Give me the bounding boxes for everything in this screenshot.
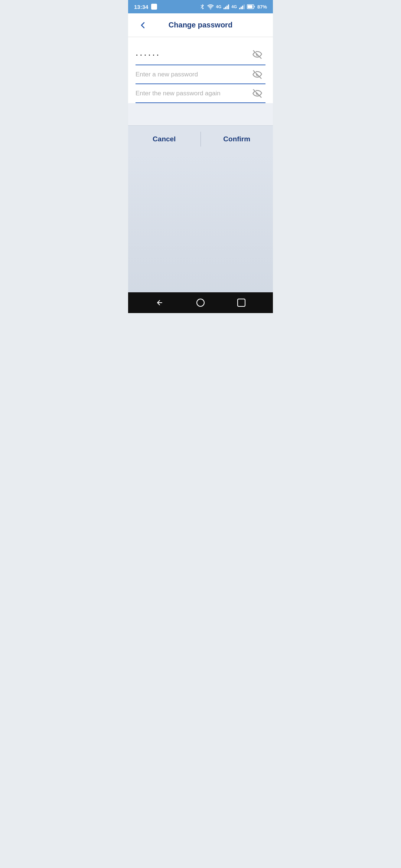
- status-left: 13:34: [134, 4, 157, 10]
- cancel-button[interactable]: Cancel: [128, 126, 200, 152]
- new-password-field: [136, 65, 265, 84]
- nav-back-button[interactable]: [151, 295, 168, 311]
- confirm-password-input[interactable]: [136, 89, 265, 97]
- svg-rect-3: [238, 299, 245, 306]
- status-indicator: [151, 4, 157, 10]
- network-label: 4G: [216, 4, 222, 9]
- bluetooth-icon: [200, 4, 205, 10]
- battery-icon: [247, 4, 255, 9]
- current-password-field: ······: [136, 45, 265, 65]
- confirm-password-field: [136, 84, 265, 103]
- action-bar: Cancel Confirm: [128, 125, 273, 152]
- bottom-area: [128, 152, 273, 313]
- confirm-button[interactable]: Confirm: [201, 126, 273, 152]
- confirm-password-toggle[interactable]: [251, 87, 264, 100]
- current-password-dots: ······: [136, 50, 160, 59]
- svg-point-2: [197, 299, 204, 306]
- signal-icon-1: [224, 4, 229, 9]
- form-content: ······: [128, 37, 273, 103]
- battery-percent: 87%: [257, 4, 267, 10]
- back-button[interactable]: [136, 18, 150, 33]
- eye-hidden-icon-2: [252, 69, 263, 80]
- svg-rect-1: [248, 5, 252, 8]
- header: Change password: [128, 13, 273, 37]
- page-title: Change password: [169, 21, 232, 29]
- nav-bar: [128, 292, 273, 313]
- status-right: 4G 4G 87%: [200, 4, 267, 10]
- form-spacer: [128, 103, 273, 125]
- current-password-toggle[interactable]: [251, 48, 264, 61]
- nav-recent-button[interactable]: [233, 295, 250, 311]
- network-label-2: 4G: [231, 4, 237, 9]
- eye-hidden-icon-3: [252, 88, 263, 99]
- signal-icon-2: [239, 4, 245, 9]
- new-password-toggle[interactable]: [251, 68, 264, 81]
- status-time: 13:34: [134, 4, 148, 10]
- wifi-icon: [207, 4, 214, 9]
- new-password-input[interactable]: [136, 70, 265, 78]
- status-bar: 13:34 4G 4G: [128, 0, 273, 13]
- nav-home-button[interactable]: [192, 295, 209, 311]
- eye-hidden-icon: [252, 49, 263, 60]
